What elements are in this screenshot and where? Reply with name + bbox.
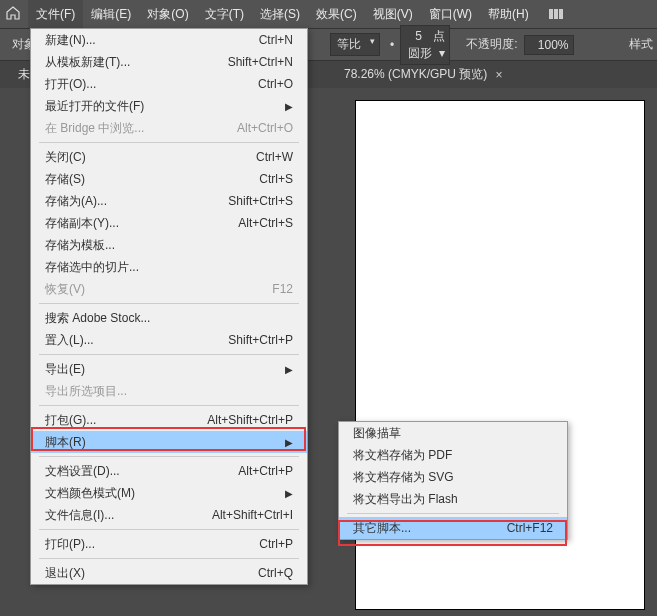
menu-separator bbox=[39, 142, 299, 143]
menu-item-label: 关闭(C) bbox=[45, 149, 86, 166]
menu-separator bbox=[39, 456, 299, 457]
opacity-value[interactable]: 100% bbox=[524, 35, 574, 55]
home-icon[interactable] bbox=[6, 6, 20, 24]
menu-item-label: 搜索 Adobe Stock... bbox=[45, 310, 150, 327]
menu-item[interactable]: 文件信息(I)...Alt+Shift+Ctrl+I bbox=[31, 504, 307, 526]
menu-item-shortcut: Ctrl+F12 bbox=[507, 521, 553, 535]
submenu-arrow-icon: ▶ bbox=[285, 101, 293, 112]
close-icon[interactable]: × bbox=[495, 68, 502, 82]
menu-item[interactable]: 文档设置(D)...Alt+Ctrl+P bbox=[31, 460, 307, 482]
menu-item-shortcut: Shift+Ctrl+S bbox=[228, 194, 293, 208]
menu-item: 导出所选项目... bbox=[31, 380, 307, 402]
menu-item-label: 存储副本(Y)... bbox=[45, 215, 119, 232]
menubar-item[interactable]: 文件(F) bbox=[28, 0, 83, 28]
menu-separator bbox=[39, 529, 299, 530]
menu-separator bbox=[39, 354, 299, 355]
menu-item[interactable]: 关闭(C)Ctrl+W bbox=[31, 146, 307, 168]
layout-icon[interactable] bbox=[549, 9, 563, 19]
menu-item[interactable]: 打包(G)...Alt+Shift+Ctrl+P bbox=[31, 409, 307, 431]
menu-item-label: 打印(P)... bbox=[45, 536, 95, 553]
menu-item-label: 从模板新建(T)... bbox=[45, 54, 130, 71]
menu-item[interactable]: 存储为模板... bbox=[31, 234, 307, 256]
menu-item[interactable]: 将文档存储为 SVG bbox=[339, 466, 567, 488]
scripts-submenu: 图像描草将文档存储为 PDF将文档存储为 SVG将文档导出为 Flash其它脚本… bbox=[338, 421, 568, 540]
menu-item[interactable]: 存储(S)Ctrl+S bbox=[31, 168, 307, 190]
menu-item[interactable]: 退出(X)Ctrl+Q bbox=[31, 562, 307, 584]
menu-item[interactable]: 文档颜色模式(M)▶ bbox=[31, 482, 307, 504]
submenu-arrow-icon: ▶ bbox=[285, 437, 293, 448]
menu-item-label: 存储(S) bbox=[45, 171, 85, 188]
menu-item-label: 其它脚本... bbox=[353, 520, 411, 537]
menu-item[interactable]: 将文档导出为 Flash bbox=[339, 488, 567, 510]
menu-item: 在 Bridge 中浏览...Alt+Ctrl+O bbox=[31, 117, 307, 139]
menu-item[interactable]: 置入(L)...Shift+Ctrl+P bbox=[31, 329, 307, 351]
tab-zoom-info: 78.26% (CMYK/GPU 预览) bbox=[344, 66, 487, 83]
menu-item-label: 在 Bridge 中浏览... bbox=[45, 120, 144, 137]
menu-item[interactable]: 存储副本(Y)...Alt+Ctrl+S bbox=[31, 212, 307, 234]
menubar-item[interactable]: 选择(S) bbox=[252, 0, 308, 28]
menu-item-shortcut: Ctrl+W bbox=[256, 150, 293, 164]
menu-item-shortcut: Alt+Shift+Ctrl+I bbox=[212, 508, 293, 522]
submenu-arrow-icon: ▶ bbox=[285, 364, 293, 375]
menu-item[interactable]: 打开(O)...Ctrl+O bbox=[31, 73, 307, 95]
file-menu: 新建(N)...Ctrl+N从模板新建(T)...Shift+Ctrl+N打开(… bbox=[30, 28, 308, 585]
menu-item-label: 图像描草 bbox=[353, 425, 401, 442]
menu-item-shortcut: Ctrl+S bbox=[259, 172, 293, 186]
menu-item-shortcut: Ctrl+N bbox=[259, 33, 293, 47]
menu-item[interactable]: 将文档存储为 PDF bbox=[339, 444, 567, 466]
menu-item-label: 将文档存储为 SVG bbox=[353, 469, 454, 486]
menu-item-label: 文档设置(D)... bbox=[45, 463, 120, 480]
menu-item-label: 导出(E) bbox=[45, 361, 85, 378]
menu-item[interactable]: 脚本(R)▶ bbox=[31, 431, 307, 453]
menu-item[interactable]: 其它脚本...Ctrl+F12 bbox=[339, 517, 567, 539]
menu-item-shortcut: Alt+Shift+Ctrl+P bbox=[207, 413, 293, 427]
menu-item-label: 文档颜色模式(M) bbox=[45, 485, 135, 502]
menu-item[interactable]: 搜索 Adobe Stock... bbox=[31, 307, 307, 329]
menu-separator bbox=[39, 303, 299, 304]
menubar-item[interactable]: 效果(C) bbox=[308, 0, 365, 28]
menu-item-label: 退出(X) bbox=[45, 565, 85, 582]
menu-separator bbox=[347, 513, 559, 514]
menubar-item[interactable]: 帮助(H) bbox=[480, 0, 537, 28]
menu-item-label: 将文档导出为 Flash bbox=[353, 491, 458, 508]
menu-item-label: 最近打开的文件(F) bbox=[45, 98, 144, 115]
menubar-item[interactable]: 对象(O) bbox=[139, 0, 196, 28]
menu-item-label: 打包(G)... bbox=[45, 412, 96, 429]
menu-item-label: 新建(N)... bbox=[45, 32, 96, 49]
menu-item[interactable]: 存储选中的切片... bbox=[31, 256, 307, 278]
menu-item-label: 脚本(R) bbox=[45, 434, 86, 451]
style-button[interactable]: 样式 bbox=[629, 36, 653, 53]
menu-item-shortcut: Ctrl+P bbox=[259, 537, 293, 551]
submenu-arrow-icon: ▶ bbox=[285, 488, 293, 499]
menu-item[interactable]: 图像描草 bbox=[339, 422, 567, 444]
menubar: 文件(F)编辑(E)对象(O)文字(T)选择(S)效果(C)视图(V)窗口(W)… bbox=[0, 0, 657, 28]
menu-item-label: 将文档存储为 PDF bbox=[353, 447, 452, 464]
menu-item[interactable]: 导出(E)▶ bbox=[31, 358, 307, 380]
menu-item[interactable]: 存储为(A)...Shift+Ctrl+S bbox=[31, 190, 307, 212]
menu-item-label: 存储为(A)... bbox=[45, 193, 107, 210]
menu-item[interactable]: 打印(P)...Ctrl+P bbox=[31, 533, 307, 555]
menu-item-shortcut: Alt+Ctrl+S bbox=[238, 216, 293, 230]
menu-item[interactable]: 最近打开的文件(F)▶ bbox=[31, 95, 307, 117]
opacity-label: 不透明度: bbox=[466, 36, 517, 53]
menu-item-shortcut: Shift+Ctrl+N bbox=[228, 55, 293, 69]
stroke-value[interactable]: 5 点圆形 ▾ bbox=[400, 25, 450, 65]
menu-item-shortcut: Ctrl+O bbox=[258, 77, 293, 91]
menu-item-shortcut: F12 bbox=[272, 282, 293, 296]
menu-item-shortcut: Ctrl+Q bbox=[258, 566, 293, 580]
menubar-item[interactable]: 编辑(E) bbox=[83, 0, 139, 28]
menu-item-label: 置入(L)... bbox=[45, 332, 94, 349]
compare-dropdown[interactable]: 等比 bbox=[330, 33, 380, 56]
menu-item-label: 打开(O)... bbox=[45, 76, 96, 93]
menu-item[interactable]: 从模板新建(T)...Shift+Ctrl+N bbox=[31, 51, 307, 73]
menu-item-label: 存储为模板... bbox=[45, 237, 115, 254]
menu-separator bbox=[39, 405, 299, 406]
menu-item-shortcut: Shift+Ctrl+P bbox=[228, 333, 293, 347]
menu-item[interactable]: 新建(N)...Ctrl+N bbox=[31, 29, 307, 51]
menu-item-label: 导出所选项目... bbox=[45, 383, 127, 400]
menu-item-label: 恢复(V) bbox=[45, 281, 85, 298]
menubar-item[interactable]: 文字(T) bbox=[197, 0, 252, 28]
menu-item-label: 存储选中的切片... bbox=[45, 259, 139, 276]
menu-item-label: 文件信息(I)... bbox=[45, 507, 114, 524]
menu-item-shortcut: Alt+Ctrl+O bbox=[237, 121, 293, 135]
